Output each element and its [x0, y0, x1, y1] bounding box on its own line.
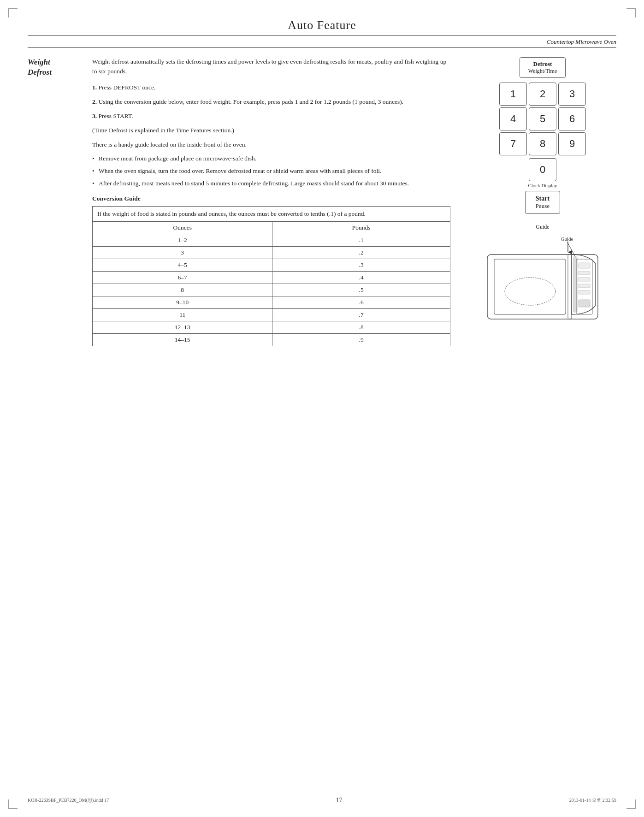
- key-8[interactable]: 8: [529, 132, 556, 155]
- page-footer: KOR-2263SBF_PEB7226_OM(영).indd 17 17 201…: [28, 797, 616, 804]
- subtitle-divider: [28, 47, 616, 48]
- section-title-line1: Weight: [28, 58, 50, 66]
- start-label: Start: [536, 195, 549, 202]
- cell-pounds: .9: [272, 334, 450, 346]
- step-2: 2. Using the conversion guide below, ent…: [92, 97, 450, 107]
- pause-label: Pause: [536, 202, 549, 210]
- table-row: 14–15.9: [93, 334, 450, 346]
- note-2: There is a handy guide located on the in…: [92, 140, 450, 150]
- footer-right: 2013-01-14 오후 2:32:59: [569, 797, 616, 804]
- zero-section: 0 Clock Display: [528, 158, 557, 188]
- cell-pounds: .5: [272, 284, 450, 296]
- key-0[interactable]: 0: [529, 158, 556, 181]
- key-7[interactable]: 7: [499, 132, 527, 155]
- svg-rect-14: [579, 300, 590, 307]
- cell-ounces: 14–15: [93, 334, 272, 346]
- table-body: 1–2.13.24–5.36–7.48.59–10.611.712–13.814…: [93, 234, 450, 346]
- cell-ounces: 12–13: [93, 321, 272, 334]
- cell-pounds: .1: [272, 234, 450, 247]
- svg-rect-11: [579, 278, 590, 281]
- text-body: Weight defrost automatically sets the de…: [92, 57, 450, 346]
- table-row: 8.5: [93, 284, 450, 296]
- cell-pounds: .3: [272, 259, 450, 272]
- content-row: Weight Defrost Weight defrost automatica…: [28, 57, 450, 346]
- cell-ounces: 8: [93, 284, 272, 296]
- subtitle: Countertop Microwave Oven: [28, 38, 616, 46]
- bullet-3: After defrosting, most meats need to sta…: [92, 179, 450, 189]
- svg-rect-5: [573, 257, 577, 312]
- note-1: (Time Defrost is explained in the Time F…: [92, 126, 450, 136]
- svg-text:Guide: Guide: [561, 236, 573, 242]
- corner-mark-bl: [8, 799, 18, 809]
- svg-rect-9: [579, 263, 590, 268]
- step-3: 3. Press START.: [92, 112, 450, 121]
- page-title: Auto Feature: [28, 18, 616, 32]
- table-col-headers: Ounces Pounds: [93, 222, 450, 234]
- cell-ounces: 6–7: [93, 272, 272, 284]
- footer-left: KOR-2263SBF_PEB7226_OM(영).indd 17: [28, 797, 109, 804]
- defrost-button[interactable]: Defrost Weight/Time: [520, 57, 566, 78]
- step-2-number: 2.: [92, 98, 97, 105]
- defrost-label-line1: Defrost: [528, 60, 557, 68]
- table-row: 12–13.8: [93, 321, 450, 334]
- cell-ounces: 1–2: [93, 234, 272, 247]
- col-ounces-header: Ounces: [93, 222, 272, 234]
- guide-label: Guide: [536, 224, 549, 230]
- key-6[interactable]: 6: [558, 107, 586, 130]
- corner-mark-tr: [626, 8, 636, 18]
- key-3[interactable]: 3: [558, 83, 586, 106]
- microwave-svg: Guide: [478, 231, 607, 324]
- svg-rect-12: [579, 284, 590, 288]
- page: Auto Feature Countertop Microwave Oven W…: [0, 0, 644, 817]
- microwave-illustration: Guide: [478, 223, 607, 326]
- table-row: 1–2.1: [93, 234, 450, 247]
- table-intro-cell: If the weight of food is stated in pound…: [93, 207, 450, 222]
- key-4[interactable]: 4: [499, 107, 527, 130]
- corner-mark-br: [626, 799, 636, 809]
- clock-display-label: Clock Display: [528, 183, 557, 188]
- key-1[interactable]: 1: [499, 83, 527, 106]
- step-1-text: Press DEFROST once.: [99, 84, 156, 91]
- key-5[interactable]: 5: [529, 107, 556, 130]
- keypad-diagram: Defrost Weight/Time 1 2 3 4 5 6 7 8 9 0 …: [499, 57, 586, 214]
- cell-pounds: .2: [272, 247, 450, 259]
- cell-pounds: .7: [272, 309, 450, 321]
- conversion-guide-title: Conversion Guide: [92, 195, 450, 202]
- table-row: 9–10.6: [93, 296, 450, 309]
- bullet-1: Remove meat from package and place on mi…: [92, 154, 450, 164]
- svg-rect-10: [579, 271, 590, 275]
- bullet-list: Remove meat from package and place on mi…: [92, 154, 450, 189]
- key-2[interactable]: 2: [529, 83, 556, 106]
- cell-ounces: 4–5: [93, 259, 272, 272]
- defrost-label-line2: Weight/Time: [528, 68, 557, 75]
- bullet-2: When the oven signals, turn the food ove…: [92, 166, 450, 176]
- svg-rect-13: [579, 290, 590, 294]
- keypad-grid: 1 2 3 4 5 6 7 8 9: [499, 83, 586, 155]
- table-header-row: If the weight of food is stated in pound…: [93, 207, 450, 222]
- page-header: Auto Feature Countertop Microwave Oven: [28, 18, 616, 48]
- section-title: Weight Defrost: [28, 57, 78, 77]
- cell-ounces: 3: [93, 247, 272, 259]
- cell-ounces: 9–10: [93, 296, 272, 309]
- svg-rect-2: [494, 259, 566, 314]
- svg-rect-4: [568, 255, 572, 319]
- key-9[interactable]: 9: [558, 132, 586, 155]
- corner-mark-tl: [8, 8, 18, 18]
- table-row: 4–5.3: [93, 259, 450, 272]
- table-row: 11.7: [93, 309, 450, 321]
- start-pause-button[interactable]: Start Pause: [525, 191, 560, 214]
- step-3-text: Press START.: [99, 112, 133, 119]
- step-1: 1. Press DEFROST once.: [92, 83, 450, 93]
- step-1-number: 1.: [92, 84, 97, 91]
- conversion-table: If the weight of food is stated in pound…: [92, 206, 450, 346]
- step-3-number: 3.: [92, 112, 97, 119]
- svg-point-3: [505, 278, 555, 305]
- page-number: 17: [336, 797, 342, 804]
- intro-text: Weight defrost automatically sets the de…: [92, 57, 450, 77]
- table-row: 3.2: [93, 247, 450, 259]
- right-column: Defrost Weight/Time 1 2 3 4 5 6 7 8 9 0 …: [469, 57, 616, 326]
- table-intro-text: If the weight of food is stated in pound…: [97, 210, 366, 217]
- header-divider: [28, 35, 616, 36]
- table-row: 6–7.4: [93, 272, 450, 284]
- section-title-line2: Defrost: [28, 68, 52, 77]
